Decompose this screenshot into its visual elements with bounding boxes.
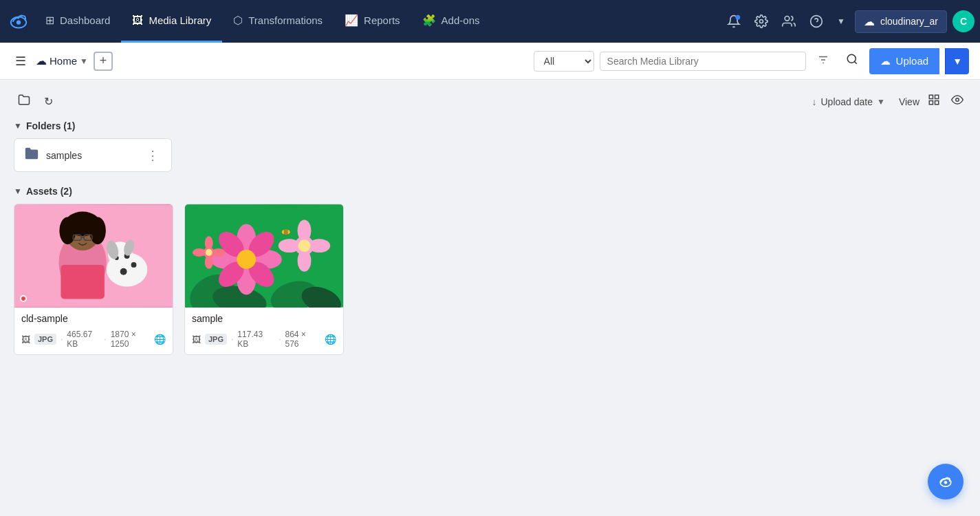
svg-point-1 — [17, 20, 21, 24]
svg-point-28 — [120, 268, 127, 275]
folders-section-header[interactable]: ▼ Folders (1) — [14, 120, 966, 131]
upload-dropdown-button[interactable]: ▼ — [945, 48, 969, 74]
asset-meta-cld-sample: 🖼 JPG · 465.67 KB · 1870 × 1250 🌐 — [14, 327, 173, 354]
refresh-button[interactable]: ↻ — [40, 92, 57, 111]
svg-point-63 — [206, 249, 213, 256]
sidebar-toggle-button[interactable]: ☰ — [11, 50, 30, 73]
asset-badge — [20, 295, 27, 302]
avatar-initials: C — [960, 16, 967, 27]
sort-arrow-icon[interactable]: ↓ — [812, 96, 817, 107]
asset-name-cld-sample: cld-sample — [14, 308, 173, 327]
avatar[interactable]: C — [952, 10, 974, 32]
svg-rect-34 — [61, 265, 104, 299]
folder-icon — [24, 146, 39, 164]
assets-section-header[interactable]: ▼ Assets (2) — [14, 186, 966, 197]
assets-section: ▼ Assets (2) — [14, 186, 966, 355]
asset-card-cld-sample[interactable]: cld-sample 🖼 JPG · 465.67 KB · 1870 × 12… — [14, 204, 173, 355]
nav-item-addons[interactable]: 🧩 Add-ons — [411, 0, 491, 43]
notifications-icon-btn[interactable] — [723, 10, 745, 32]
grid-view-icon-btn[interactable] — [925, 91, 943, 112]
sort-bar: ↻ ↓ Upload date ▼ View — [14, 91, 966, 112]
svg-rect-14 — [929, 101, 933, 105]
svg-point-2 — [736, 15, 741, 20]
dashboard-icon: ⊞ — [45, 14, 54, 27]
search-icon-btn[interactable] — [840, 50, 864, 72]
svg-point-3 — [760, 20, 763, 23]
asset-size-2: 117.43 KB — [237, 330, 274, 349]
svg-rect-13 — [935, 95, 939, 98]
svg-line-11 — [854, 61, 856, 63]
search-input[interactable] — [607, 56, 798, 67]
nav-items: ⊞ Dashboard 🖼 Media Library ⬡ Transforma… — [34, 0, 723, 43]
fab-button[interactable] — [928, 464, 963, 499]
content-area: ↻ ↓ Upload date ▼ View ▼ Folders (1) — [0, 80, 980, 516]
assets-section-label: Assets (2) — [26, 186, 72, 197]
logo[interactable] — [6, 8, 32, 34]
svg-point-61 — [193, 248, 206, 257]
filter-select[interactable]: All Images Videos Raw — [534, 51, 594, 72]
view-label: View — [899, 96, 919, 107]
help-icon-btn[interactable] — [805, 10, 827, 32]
asset-meta-sample: 🖼 JPG · 117.43 KB · 864 × 576 🌐 — [185, 327, 343, 354]
cloud-icon: ☁ — [864, 15, 875, 28]
asset-dimensions: 1870 × 1250 — [111, 330, 150, 349]
svg-point-51 — [298, 219, 312, 241]
folders-section-label: Folders (1) — [26, 120, 76, 131]
new-folder-button[interactable] — [14, 91, 34, 112]
svg-point-59 — [205, 236, 213, 250]
nav-item-reports[interactable]: 📈 Reports — [334, 0, 411, 43]
nav-item-reports-label: Reports — [364, 14, 400, 26]
upload-button[interactable]: ☁ Upload — [869, 48, 940, 74]
asset-type-icon-2: 🖼 — [192, 334, 201, 345]
cloud-name-label: cloudinary_ar — [880, 16, 938, 27]
nav-item-dashboard-label: Dashboard — [60, 14, 110, 26]
home-icon: ☁ — [36, 54, 47, 67]
media-library-icon: 🖼 — [132, 14, 143, 27]
assets-chevron-icon: ▼ — [14, 186, 22, 196]
asset-type-badge-2: JPG — [205, 334, 227, 345]
sort-chevron-icon[interactable]: ▼ — [877, 97, 885, 107]
nav-item-media-library-label: Media Library — [149, 14, 211, 26]
svg-point-29 — [131, 262, 137, 268]
add-folder-button[interactable]: + — [94, 52, 113, 71]
svg-rect-15 — [935, 101, 939, 105]
svg-rect-12 — [929, 95, 933, 98]
assets-grid: cld-sample 🖼 JPG · 465.67 KB · 1870 × 12… — [14, 204, 966, 355]
folder-item[interactable]: samples ⋮ — [14, 138, 172, 172]
filter-icon-btn[interactable] — [812, 50, 835, 72]
eye-icon-btn[interactable] — [948, 91, 966, 112]
folder-menu-button[interactable]: ⋮ — [144, 148, 162, 163]
globe-icon-2[interactable]: 🌐 — [325, 334, 336, 345]
sort-label[interactable]: Upload date — [821, 96, 873, 107]
asset-size: 465.67 KB — [67, 330, 100, 349]
svg-point-55 — [298, 239, 311, 252]
transformations-icon: ⬡ — [233, 14, 243, 27]
svg-point-52 — [298, 250, 312, 272]
svg-point-54 — [308, 239, 330, 252]
home-chevron-icon: ▼ — [80, 56, 88, 66]
asset-type-icon: 🖼 — [21, 334, 30, 345]
folder-grid: samples ⋮ — [14, 138, 966, 172]
search-section: All Images Videos Raw — [534, 50, 864, 72]
home-breadcrumb[interactable]: ☁ Home ▼ — [36, 54, 88, 67]
asset-card-sample[interactable]: sample 🖼 JPG · 117.43 KB · 864 × 576 🌐 — [184, 204, 344, 355]
nav-item-transformations-label: Transformations — [248, 14, 323, 26]
svg-point-65 — [944, 481, 948, 484]
user-management-icon-btn[interactable] — [778, 10, 800, 32]
svg-rect-57 — [284, 229, 288, 235]
svg-point-60 — [205, 255, 213, 269]
asset-thumbnail-cld-sample — [14, 204, 173, 308]
asset-thumbnail-sample — [185, 204, 343, 308]
asset-type-badge: JPG — [34, 334, 56, 345]
nav-item-transformations[interactable]: ⬡ Transformations — [222, 0, 334, 43]
cloud-name-button[interactable]: ☁ cloudinary_ar — [855, 10, 947, 33]
svg-point-4 — [785, 17, 790, 21]
svg-point-53 — [279, 239, 301, 252]
globe-icon[interactable]: 🌐 — [154, 334, 166, 345]
addons-icon: 🧩 — [422, 14, 436, 27]
asset-name-sample: sample — [185, 308, 343, 327]
nav-item-dashboard[interactable]: ⊞ Dashboard — [34, 0, 121, 43]
settings-icon-btn[interactable] — [750, 10, 772, 32]
chevron-down-help-icon[interactable]: ▼ — [833, 12, 849, 30]
nav-item-media-library[interactable]: 🖼 Media Library — [121, 0, 222, 43]
